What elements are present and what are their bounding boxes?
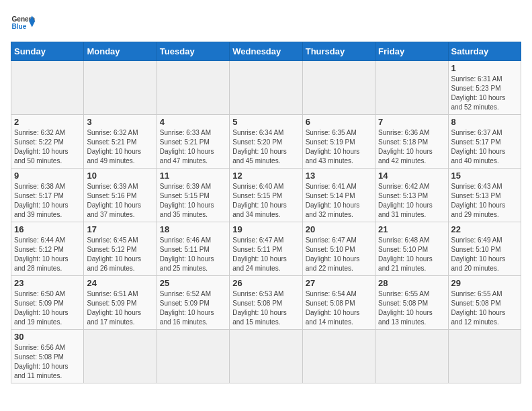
col-header-monday: Monday <box>84 42 157 61</box>
calendar-cell: 8Sunrise: 6:37 AMSunset: 5:17 PMDaylight… <box>448 115 521 169</box>
calendar-cell: 28Sunrise: 6:55 AMSunset: 5:08 PMDayligh… <box>375 276 448 330</box>
day-number: 12 <box>232 171 299 181</box>
day-info: Sunrise: 6:43 AMSunset: 5:13 PMDaylight:… <box>451 182 518 220</box>
day-info: Sunrise: 6:41 AMSunset: 5:14 PMDaylight:… <box>306 182 372 220</box>
day-number: 29 <box>451 278 518 288</box>
day-info: Sunrise: 6:35 AMSunset: 5:19 PMDaylight:… <box>306 128 372 166</box>
calendar-cell: 11Sunrise: 6:39 AMSunset: 5:15 PMDayligh… <box>157 169 229 222</box>
calendar-cell: 23Sunrise: 6:50 AMSunset: 5:09 PMDayligh… <box>11 276 84 330</box>
day-number: 15 <box>451 171 518 181</box>
calendar-cell: 18Sunrise: 6:46 AMSunset: 5:11 PMDayligh… <box>157 222 229 276</box>
calendar-cell <box>84 330 157 383</box>
calendar-cell: 29Sunrise: 6:55 AMSunset: 5:08 PMDayligh… <box>448 276 521 330</box>
day-info: Sunrise: 6:42 AMSunset: 5:13 PMDaylight:… <box>378 182 445 220</box>
col-header-tuesday: Tuesday <box>157 42 229 61</box>
calendar-cell: 19Sunrise: 6:47 AMSunset: 5:11 PMDayligh… <box>230 222 302 276</box>
day-info: Sunrise: 6:47 AMSunset: 5:11 PMDaylight:… <box>232 236 299 273</box>
day-info: Sunrise: 6:33 AMSunset: 5:21 PMDaylight:… <box>160 128 226 166</box>
day-number: 26 <box>232 278 299 288</box>
calendar-week-row: 23Sunrise: 6:50 AMSunset: 5:09 PMDayligh… <box>11 276 521 330</box>
col-header-friday: Friday <box>375 42 448 61</box>
day-number: 9 <box>14 171 81 181</box>
day-number: 7 <box>378 117 445 127</box>
calendar-week-row: 2Sunrise: 6:32 AMSunset: 5:22 PMDaylight… <box>11 115 521 169</box>
day-number: 2 <box>14 117 81 127</box>
day-info: Sunrise: 6:36 AMSunset: 5:18 PMDaylight:… <box>378 128 445 166</box>
day-number: 10 <box>87 171 153 181</box>
day-info: Sunrise: 6:50 AMSunset: 5:09 PMDaylight:… <box>14 289 81 327</box>
day-info: Sunrise: 6:40 AMSunset: 5:15 PMDaylight:… <box>232 182 299 220</box>
calendar-cell: 7Sunrise: 6:36 AMSunset: 5:18 PMDaylight… <box>375 115 448 169</box>
day-number: 17 <box>87 224 153 234</box>
day-info: Sunrise: 6:52 AMSunset: 5:09 PMDaylight:… <box>160 289 226 327</box>
calendar-week-row: 1Sunrise: 6:31 AMSunset: 5:23 PMDaylight… <box>11 61 521 115</box>
day-number: 13 <box>306 171 372 181</box>
calendar-cell: 10Sunrise: 6:39 AMSunset: 5:16 PMDayligh… <box>84 169 157 222</box>
calendar-cell: 22Sunrise: 6:49 AMSunset: 5:10 PMDayligh… <box>448 222 521 276</box>
day-number: 27 <box>306 278 372 288</box>
calendar-cell: 4Sunrise: 6:33 AMSunset: 5:21 PMDaylight… <box>157 115 229 169</box>
calendar-cell <box>375 330 448 383</box>
calendar-cell: 15Sunrise: 6:43 AMSunset: 5:13 PMDayligh… <box>448 169 521 222</box>
day-info: Sunrise: 6:55 AMSunset: 5:08 PMDaylight:… <box>451 289 518 327</box>
calendar-cell <box>375 61 448 115</box>
calendar-cell: 24Sunrise: 6:51 AMSunset: 5:09 PMDayligh… <box>84 276 157 330</box>
calendar-week-row: 30Sunrise: 6:56 AMSunset: 5:08 PMDayligh… <box>11 330 521 383</box>
day-info: Sunrise: 6:49 AMSunset: 5:10 PMDaylight:… <box>451 236 518 273</box>
calendar-cell: 6Sunrise: 6:35 AMSunset: 5:19 PMDaylight… <box>302 115 375 169</box>
calendar-cell: 25Sunrise: 6:52 AMSunset: 5:09 PMDayligh… <box>157 276 229 330</box>
logo-icon: General Blue <box>11 11 35 35</box>
calendar-cell: 30Sunrise: 6:56 AMSunset: 5:08 PMDayligh… <box>11 330 84 383</box>
day-info: Sunrise: 6:45 AMSunset: 5:12 PMDaylight:… <box>87 236 153 273</box>
calendar-cell <box>11 61 84 115</box>
day-info: Sunrise: 6:32 AMSunset: 5:21 PMDaylight:… <box>87 128 153 166</box>
day-info: Sunrise: 6:48 AMSunset: 5:10 PMDaylight:… <box>378 236 445 273</box>
calendar-table: SundayMondayTuesdayWednesdayThursdayFrid… <box>11 42 521 383</box>
calendar-cell: 26Sunrise: 6:53 AMSunset: 5:08 PMDayligh… <box>230 276 302 330</box>
day-info: Sunrise: 6:56 AMSunset: 5:08 PMDaylight:… <box>14 343 81 381</box>
calendar-cell <box>448 330 521 383</box>
calendar-week-row: 16Sunrise: 6:44 AMSunset: 5:12 PMDayligh… <box>11 222 521 276</box>
calendar-cell: 9Sunrise: 6:38 AMSunset: 5:17 PMDaylight… <box>11 169 84 222</box>
calendar-cell: 27Sunrise: 6:54 AMSunset: 5:08 PMDayligh… <box>302 276 375 330</box>
day-info: Sunrise: 6:39 AMSunset: 5:16 PMDaylight:… <box>87 182 153 220</box>
day-info: Sunrise: 6:54 AMSunset: 5:08 PMDaylight:… <box>306 289 372 327</box>
day-number: 6 <box>306 117 372 127</box>
calendar-cell: 21Sunrise: 6:48 AMSunset: 5:10 PMDayligh… <box>375 222 448 276</box>
calendar-cell: 5Sunrise: 6:34 AMSunset: 5:20 PMDaylight… <box>230 115 302 169</box>
day-number: 18 <box>160 224 226 234</box>
day-info: Sunrise: 6:34 AMSunset: 5:20 PMDaylight:… <box>232 128 299 166</box>
calendar-cell: 12Sunrise: 6:40 AMSunset: 5:15 PMDayligh… <box>230 169 302 222</box>
col-header-saturday: Saturday <box>448 42 521 61</box>
logo: General Blue <box>11 11 35 35</box>
col-header-wednesday: Wednesday <box>230 42 302 61</box>
page-header: General Blue <box>11 11 521 35</box>
calendar-week-row: 9Sunrise: 6:38 AMSunset: 5:17 PMDaylight… <box>11 169 521 222</box>
day-number: 24 <box>87 278 153 288</box>
day-number: 11 <box>160 171 226 181</box>
day-number: 16 <box>14 224 81 234</box>
svg-text:Blue: Blue <box>11 23 26 30</box>
day-number: 8 <box>451 117 518 127</box>
calendar-header-row: SundayMondayTuesdayWednesdayThursdayFrid… <box>11 42 521 61</box>
calendar-cell <box>230 330 302 383</box>
day-info: Sunrise: 6:46 AMSunset: 5:11 PMDaylight:… <box>160 236 226 273</box>
day-info: Sunrise: 6:51 AMSunset: 5:09 PMDaylight:… <box>87 289 153 327</box>
calendar-cell <box>302 330 375 383</box>
day-info: Sunrise: 6:38 AMSunset: 5:17 PMDaylight:… <box>14 182 81 220</box>
calendar-cell: 20Sunrise: 6:47 AMSunset: 5:10 PMDayligh… <box>302 222 375 276</box>
day-info: Sunrise: 6:31 AMSunset: 5:23 PMDaylight:… <box>451 75 518 112</box>
calendar-cell: 17Sunrise: 6:45 AMSunset: 5:12 PMDayligh… <box>84 222 157 276</box>
day-info: Sunrise: 6:47 AMSunset: 5:10 PMDaylight:… <box>306 236 372 273</box>
calendar-cell: 16Sunrise: 6:44 AMSunset: 5:12 PMDayligh… <box>11 222 84 276</box>
calendar-cell: 13Sunrise: 6:41 AMSunset: 5:14 PMDayligh… <box>302 169 375 222</box>
day-number: 5 <box>232 117 299 127</box>
day-number: 3 <box>87 117 153 127</box>
day-info: Sunrise: 6:39 AMSunset: 5:15 PMDaylight:… <box>160 182 226 220</box>
calendar-cell <box>84 61 157 115</box>
day-number: 4 <box>160 117 226 127</box>
col-header-thursday: Thursday <box>302 42 375 61</box>
day-number: 30 <box>14 332 81 342</box>
calendar-cell <box>157 61 229 115</box>
calendar-cell: 1Sunrise: 6:31 AMSunset: 5:23 PMDaylight… <box>448 61 521 115</box>
